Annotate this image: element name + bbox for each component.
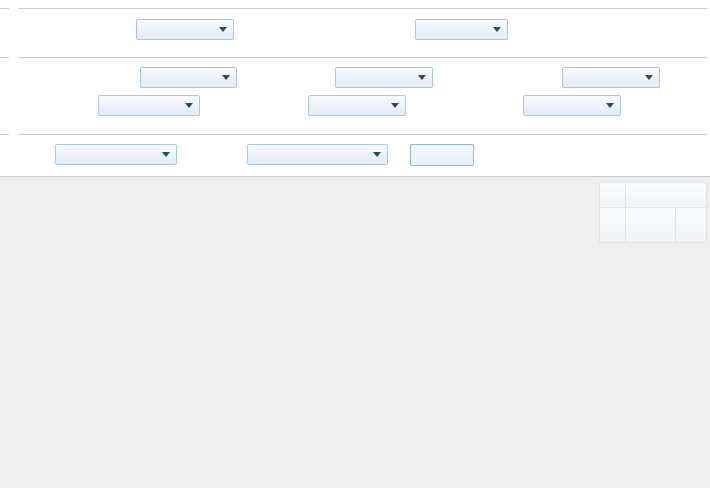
xy-scatter-plot[interactable] [0,177,598,488]
group-line [18,134,707,135]
x-variable-dropdown[interactable] [55,144,177,165]
fuel-price-dropdown[interactable] [136,19,234,40]
legend-xl1-col-header [675,208,706,243]
pv-capacity-dropdown[interactable] [98,95,200,116]
chevron-down-icon [373,152,381,157]
chart-region [0,177,710,488]
chevron-down-icon [185,103,193,108]
plot-vars-group-header [0,127,710,141]
chevron-down-icon [645,75,653,80]
group-line [18,57,707,58]
gen-capacity-dropdown[interactable] [562,67,660,88]
y-variable-dropdown[interactable] [247,144,388,165]
group-line [0,8,9,9]
chevron-down-icon [606,103,614,108]
chevron-down-icon [418,75,426,80]
dispatch-strategy-dropdown[interactable] [523,95,621,116]
chevron-down-icon [493,27,501,32]
optimization-group-header [0,50,710,64]
xl1-quantity-dropdown[interactable] [308,95,406,116]
legend-corner-cell [600,183,626,208]
sensitivity-group-header [0,1,710,15]
legend-chip-col-header [600,208,626,243]
chevron-down-icon [219,27,227,32]
base-case-button[interactable] [410,144,474,166]
chevron-down-icon [391,103,399,108]
wind-average-dropdown[interactable] [415,19,508,40]
group-line [0,134,9,135]
legend-architecture-header [626,183,707,208]
architecture-legend-table [599,182,707,243]
chevron-down-icon [162,152,170,157]
chevron-down-icon [222,75,230,80]
group-line [0,57,9,58]
legend-pv-col-header [626,208,675,243]
l16p-strings-dropdown[interactable] [335,67,433,88]
group-line [18,8,707,9]
converter-capacity-dropdown[interactable] [140,67,237,88]
controls-panel [0,0,710,177]
